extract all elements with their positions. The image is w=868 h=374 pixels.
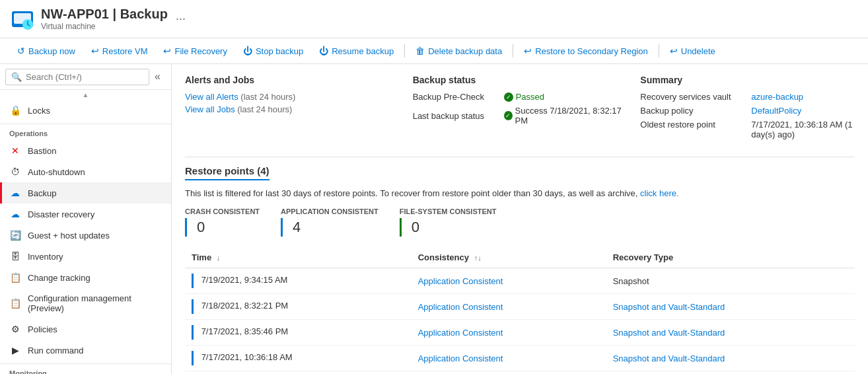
- app-consistent-bar: [281, 218, 283, 237]
- filter-notice: This list is filtered for last 30 days o…: [185, 188, 855, 198]
- restore-vm-icon: ↩: [91, 46, 99, 56]
- cell-consistency-3: Application Consistent: [412, 320, 606, 346]
- section-divider: [185, 157, 855, 157]
- auto-shutdown-icon: ⏱: [9, 167, 21, 177]
- cell-time-1: 7/19/2021, 9:34:15 AM: [185, 268, 412, 294]
- change-tracking-icon: 📋: [9, 272, 21, 283]
- consistency-link-2[interactable]: Application Consistent: [418, 302, 503, 312]
- sidebar-item-backup[interactable]: ☁ Backup: [0, 182, 171, 204]
- cell-time-2: 7/18/2021, 8:32:21 PM: [185, 294, 412, 320]
- vault-link[interactable]: azure-backup: [751, 92, 803, 102]
- file-recovery-icon: ↩: [163, 46, 171, 56]
- sidebar-item-disaster-recovery[interactable]: ☁ Disaster recovery: [0, 204, 171, 225]
- page-title: NW-APP01 | Backup: [41, 7, 168, 22]
- cards-row: Alerts and Jobs View all Alerts (last 24…: [185, 75, 855, 143]
- policy-label: Backup policy: [640, 106, 746, 116]
- undelete-icon: ↩: [670, 46, 678, 56]
- more-options-icon[interactable]: ···: [176, 12, 186, 26]
- fs-consistent-value-row: 0: [400, 218, 497, 237]
- oldest-row: Oldest restore point 7/17/2021, 10:36:18…: [640, 120, 855, 139]
- sidebar-item-guest-updates[interactable]: 🔄 Guest + host updates: [0, 225, 171, 246]
- policy-row: Backup policy DefaultPolicy: [640, 106, 855, 116]
- backup-now-icon: ↺: [17, 46, 25, 56]
- sidebar-item-config-management[interactable]: 📋 Configuration management (Preview): [0, 288, 171, 318]
- crash-consistent-item: CRASH CONSISTENT 0: [185, 207, 260, 237]
- sidebar-item-inventory[interactable]: 🗄 Inventory: [0, 246, 171, 267]
- row-indicator-1: [192, 274, 194, 288]
- search-input[interactable]: [26, 72, 143, 82]
- sidebar-item-bastion[interactable]: ✕ Bastion: [0, 140, 171, 161]
- col-time: Time ↓: [185, 247, 412, 268]
- pre-check-label: Backup Pre-Check: [413, 92, 499, 102]
- oldest-value: 7/17/2021, 10:36:18 AM (1 day(s) ago): [751, 120, 855, 139]
- restore-points-section: Restore points (4) This list is filtered…: [185, 165, 855, 371]
- table-row[interactable]: 7/19/2021, 9:34:15 AM Application Consis…: [185, 268, 855, 294]
- col-recovery-type: Recovery Type: [606, 247, 855, 268]
- vault-row: Recovery services vault azure-backup: [640, 92, 855, 102]
- row-indicator-2: [192, 299, 194, 314]
- summary-card: Summary Recovery services vault azure-ba…: [640, 75, 855, 143]
- resume-backup-button[interactable]: ⏻ Resume backup: [312, 42, 400, 59]
- pre-check-value: Passed: [516, 92, 544, 102]
- main-layout: 🔍 « ▲ 🔒 Locks Operations ✕ Bastion ⏱ Aut…: [0, 64, 868, 374]
- cell-time-4: 7/17/2021, 10:36:18 AM: [185, 346, 412, 371]
- backup-status-title: Backup status: [413, 75, 628, 85]
- crash-consistent-label: CRASH CONSISTENT: [185, 207, 260, 215]
- backup-icon: ☁: [9, 188, 21, 198]
- sidebar-item-run-command[interactable]: ▶ Run command: [0, 340, 171, 361]
- time-sort-icon[interactable]: ↓: [217, 254, 221, 262]
- recovery-link-4[interactable]: Snapshot and Vault-Standard: [613, 354, 725, 363]
- page-header: NW-APP01 | Backup Virtual machine ···: [0, 0, 868, 38]
- run-command-icon: ▶: [9, 345, 21, 355]
- last-backup-value: Success 7/18/2021, 8:32:17 PM: [515, 106, 628, 126]
- pre-check-badge: ✓ Passed: [504, 92, 544, 102]
- table-row[interactable]: 7/18/2021, 8:32:21 PM Application Consis…: [185, 294, 855, 320]
- consistency-link-1[interactable]: Application Consistent: [418, 276, 503, 286]
- backup-status-card: Backup status Backup Pre-Check ✓ Passed …: [413, 75, 628, 143]
- inventory-icon: 🗄: [9, 251, 21, 262]
- view-alerts-link[interactable]: View all Alerts (last 24 hours): [185, 92, 400, 102]
- fs-consistent-label: FILE-SYSTEM CONSISTENT: [400, 207, 497, 215]
- oldest-label: Oldest restore point: [640, 120, 746, 130]
- row-indicator-3: [192, 325, 194, 340]
- sidebar-item-policies[interactable]: ⚙ Policies: [0, 318, 171, 340]
- guest-updates-icon: 🔄: [9, 230, 21, 241]
- main-content: Alerts and Jobs View all Alerts (last 24…: [172, 64, 868, 374]
- consistency-sort-icon[interactable]: ↑↓: [474, 254, 482, 262]
- filter-link[interactable]: click here.: [640, 188, 679, 198]
- recovery-link-2[interactable]: Snapshot and Vault-Standard: [613, 302, 725, 312]
- crash-consistent-bar: [185, 218, 187, 237]
- pre-check-row: Backup Pre-Check ✓ Passed: [413, 92, 628, 102]
- sidebar-collapse-button[interactable]: «: [149, 68, 166, 85]
- view-jobs-link[interactable]: View all Jobs (last 24 hours): [185, 104, 400, 114]
- vault-label: Recovery services vault: [640, 92, 746, 102]
- restore-secondary-icon: ↩: [524, 46, 532, 56]
- resume-backup-icon: ⏻: [319, 46, 328, 56]
- consistency-link-3[interactable]: Application Consistent: [418, 328, 503, 338]
- policy-link[interactable]: DefaultPolicy: [751, 106, 801, 116]
- restore-secondary-button[interactable]: ↩ Restore to Secondary Region: [517, 42, 655, 59]
- undelete-button[interactable]: ↩ Undelete: [663, 42, 722, 59]
- last-backup-row: Last backup status ✓ Success 7/18/2021, …: [413, 106, 628, 126]
- last-backup-label: Last backup status: [413, 111, 499, 121]
- delete-backup-data-button[interactable]: 🗑 Delete backup data: [409, 42, 509, 59]
- scroll-indicator-up: ▲: [0, 90, 171, 100]
- stop-backup-button[interactable]: ⏻ Stop backup: [236, 42, 310, 59]
- stop-backup-icon: ⏻: [243, 46, 252, 56]
- recovery-link-3[interactable]: Snapshot and Vault-Standard: [613, 328, 725, 338]
- sidebar-item-locks[interactable]: 🔒 Locks: [0, 100, 171, 121]
- consistency-link-4[interactable]: Application Consistent: [418, 354, 503, 363]
- file-recovery-button[interactable]: ↩ File Recovery: [157, 42, 233, 59]
- backup-now-button[interactable]: ↺ Backup now: [11, 42, 82, 59]
- crash-consistent-value-row: 0: [185, 218, 260, 237]
- restore-vm-button[interactable]: ↩ Restore VM: [85, 42, 155, 59]
- sidebar-item-change-tracking[interactable]: 📋 Change tracking: [0, 267, 171, 288]
- table-header-row: Time ↓ Consistency ↑↓ Recovery Type: [185, 247, 855, 268]
- table-row[interactable]: 7/17/2021, 10:36:18 AM Application Consi…: [185, 346, 855, 371]
- table-row[interactable]: 7/17/2021, 8:35:46 PM Application Consis…: [185, 320, 855, 346]
- sidebar-item-auto-shutdown[interactable]: ⏱ Auto-shutdown: [0, 161, 171, 182]
- alerts-jobs-title: Alerts and Jobs: [185, 75, 400, 85]
- fs-consistent-num: 0: [412, 219, 419, 236]
- col-consistency: Consistency ↑↓: [412, 247, 606, 268]
- search-box[interactable]: 🔍: [5, 69, 149, 85]
